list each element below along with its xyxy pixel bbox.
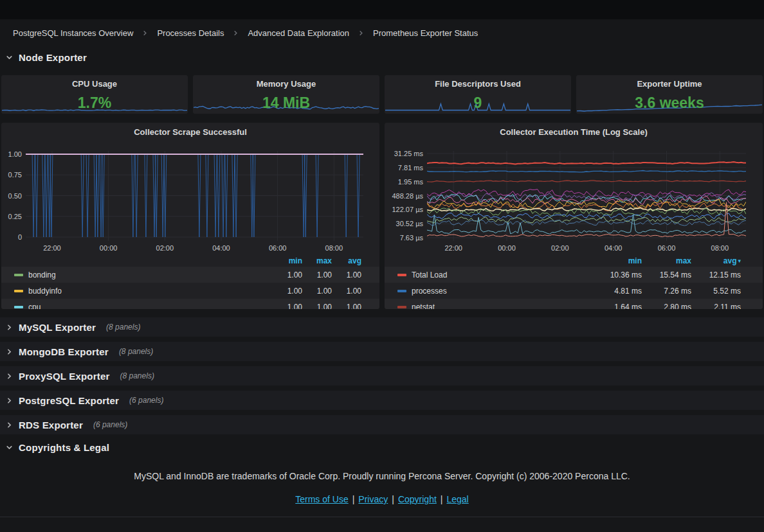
section-proxysql-exporter[interactable]: ProxySQL Exporter(8 panels)	[0, 366, 764, 386]
legend: minmaxavg▾Total Load10.36 ms15.54 ms12.1…	[385, 255, 763, 309]
breadcrumb-separator-icon	[232, 30, 239, 37]
x-axis-label: 04:00	[599, 244, 628, 252]
chart-panels-row: Collector Scrape Successful 1.000.750.50…	[1, 123, 763, 309]
legend-series-cpu[interactable]: cpu	[14, 303, 273, 310]
legend-min-value: 4.81 ms	[592, 287, 642, 296]
legend-series-processes[interactable]: processes	[397, 287, 592, 296]
legend-header-row: minmaxavg	[1, 255, 379, 267]
panel-count: (6 panels)	[129, 396, 163, 405]
series-color-swatch	[397, 274, 406, 276]
legal-link-privacy[interactable]: Privacy	[358, 494, 388, 504]
legend-series-netstat[interactable]: netstat	[397, 303, 592, 310]
legend-sort-header-avg[interactable]: avg	[332, 256, 361, 265]
legend-max-value: 1.00	[302, 303, 332, 310]
panel-title[interactable]: Exporter Uptime	[576, 79, 763, 89]
legend-series-label: processes	[412, 287, 447, 296]
panel-collector-execution-time: Collector Execution Time (Log Scale) 31.…	[385, 123, 763, 309]
y-axis-label: 30.52 µs	[385, 220, 423, 227]
legend-row-total-load: Total Load10.36 ms15.54 ms12.15 ms	[385, 267, 763, 283]
legend-max-value: 1.00	[302, 270, 332, 279]
link-separator: |	[392, 494, 394, 504]
panel-divider	[0, 517, 764, 517]
legend-sort-header-min[interactable]: min	[592, 256, 642, 265]
stat-value: 3.6 weeks	[576, 94, 763, 112]
x-axis-label: 08:00	[705, 244, 734, 252]
execution-time-plot[interactable]	[427, 151, 746, 241]
x-axis-label: 22:00	[38, 244, 66, 252]
legend-avg-value: 2.11 ms	[691, 303, 741, 310]
x-axis-label: 22:00	[439, 244, 468, 252]
y-axis-label: 122.07 µs	[385, 206, 423, 213]
stat-value: 14 MiB	[193, 94, 379, 112]
legend-row-processes: processes4.81 ms7.26 ms5.52 ms	[385, 283, 763, 299]
panel-title[interactable]: Collector Execution Time (Log Scale)	[385, 127, 763, 137]
legend-series-label: Total Load	[412, 270, 447, 279]
chevron-right-icon	[5, 348, 14, 356]
legal-link-copyright[interactable]: Copyright	[398, 494, 437, 504]
section-title: Node Exporter	[19, 52, 87, 63]
legend-max-value: 2.80 ms	[642, 303, 691, 310]
section-rds-exporter[interactable]: RDS Exporter(6 panels)	[0, 415, 764, 434]
top-bar	[0, 0, 764, 19]
stat-panel-memory-usage: Memory Usage 14 MiB	[193, 75, 379, 114]
y-axis-label: 0.75	[1, 171, 22, 179]
x-axis-label: 00:00	[95, 244, 123, 252]
breadcrumb-item-advanced-data-exploration[interactable]: Advanced Data Exploration	[248, 28, 349, 38]
x-axis-label: 06:00	[652, 244, 680, 252]
series-color-swatch	[397, 306, 406, 308]
legal-link-terms-of-use[interactable]: Terms of Use	[295, 494, 348, 504]
series-color-swatch	[14, 274, 23, 276]
section-copyrights-legal[interactable]: Copyrights & Legal	[5, 442, 109, 453]
panel-count: (8 panels)	[120, 371, 154, 380]
stat-value: 1.7%	[1, 94, 188, 112]
chevron-down-icon	[5, 443, 14, 452]
legend-min-value: 1.00	[273, 270, 302, 279]
section-node-exporter[interactable]: Node Exporter	[5, 52, 87, 63]
panel-title[interactable]: Memory Usage	[193, 79, 379, 89]
legend-series-bonding[interactable]: bonding	[14, 270, 273, 279]
section-mysql-exporter[interactable]: MySQL Exporter(8 panels)	[0, 317, 764, 337]
legend-series-label: cpu	[28, 303, 41, 310]
panel-count: (8 panels)	[119, 347, 153, 356]
series-line	[427, 213, 746, 219]
legend-sort-header-min[interactable]: min	[273, 256, 302, 265]
panel-count: (8 panels)	[106, 323, 140, 332]
legend-series-total-load[interactable]: Total Load	[397, 270, 592, 279]
legend-avg-value: 12.15 ms	[691, 270, 741, 279]
legend-row-cpu: cpu1.001.001.00	[1, 299, 379, 309]
legend-sort-header-max[interactable]: max	[642, 256, 691, 265]
y-axis-label: 0.25	[1, 213, 22, 220]
series-line-processes	[427, 171, 746, 172]
stat-panel-cpu-usage: CPU Usage 1.7%	[1, 75, 188, 114]
panel-title[interactable]: Collector Scrape Successful	[1, 127, 379, 137]
panel-collector-scrape-successful: Collector Scrape Successful 1.000.750.50…	[1, 123, 379, 309]
y-axis-label: 0	[1, 233, 22, 241]
x-axis-label: 08:00	[320, 244, 348, 252]
legal-link-legal[interactable]: Legal	[446, 494, 468, 504]
legend-series-buddyinfo[interactable]: buddyinfo	[14, 287, 273, 296]
breadcrumb-item-processes-details[interactable]: Processes Details	[157, 28, 224, 38]
breadcrumb-item-postgresql-instances-overview[interactable]: PostgreSQL Instances Overview	[13, 28, 133, 38]
x-axis-label: 04:00	[207, 244, 235, 252]
x-axis-label: 00:00	[493, 244, 521, 252]
section-title: RDS Exporter	[19, 420, 83, 430]
link-separator: |	[441, 494, 443, 504]
legend-sort-header-max[interactable]: max	[302, 256, 332, 265]
panel-title[interactable]: File Descriptors Used	[385, 79, 571, 89]
chevron-right-icon	[5, 421, 14, 429]
legend-min-value: 1.00	[273, 303, 302, 310]
section-postgresql-exporter[interactable]: PostgreSQL Exporter(6 panels)	[0, 391, 764, 410]
y-axis-label: 7.63 µs	[385, 234, 423, 242]
scrape-successful-plot[interactable]	[26, 151, 363, 241]
chevron-right-icon	[5, 372, 14, 380]
legend-series-label: buddyinfo	[28, 287, 62, 296]
x-axis-label: 02:00	[546, 244, 574, 252]
panel-title[interactable]: CPU Usage	[1, 79, 188, 89]
legend-min-value: 10.36 ms	[592, 270, 642, 279]
legend-sort-header-avg[interactable]: avg▾	[691, 256, 741, 265]
section-mongodb-exporter[interactable]: MongoDB Exporter(8 panels)	[0, 342, 764, 361]
breadcrumb-item-prometheus-exporter-status[interactable]: Prometheus Exporter Status	[373, 28, 478, 38]
stat-panel-exporter-uptime: Exporter Uptime 3.6 weeks	[576, 75, 763, 114]
legend-row-bonding: bonding1.001.001.00	[1, 267, 379, 283]
breadcrumb-separator-icon	[141, 30, 149, 37]
